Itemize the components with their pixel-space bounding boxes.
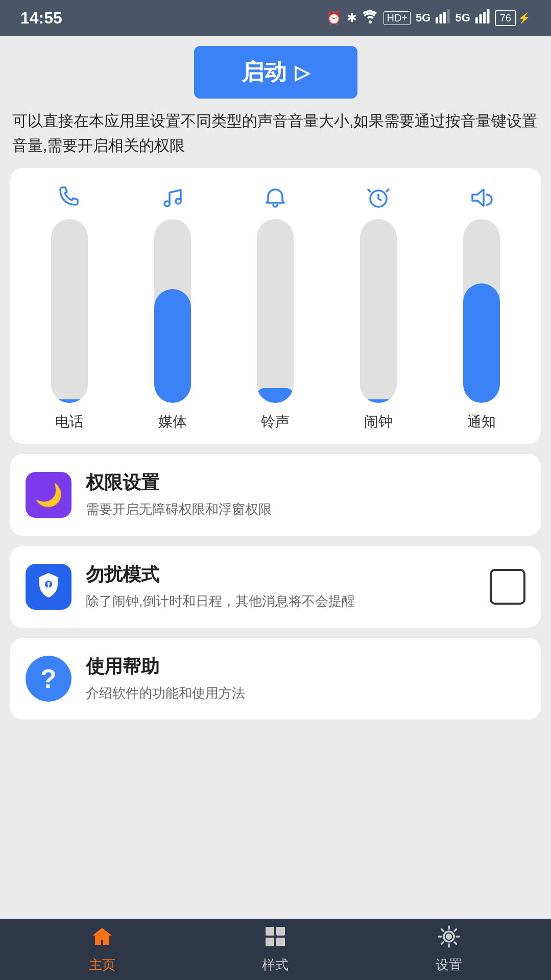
moon-icon: 🌙 xyxy=(35,482,63,508)
media-label: 媒体 xyxy=(158,412,187,432)
nav-item-style[interactable]: 样式 xyxy=(234,925,316,974)
style-nav-label: 样式 xyxy=(262,956,289,974)
dnd-icon-wrap xyxy=(26,564,71,610)
svg-rect-7 xyxy=(487,9,489,23)
bell-icon xyxy=(263,183,288,212)
nav-item-home[interactable]: 主页 xyxy=(61,925,143,974)
volume-item-media[interactable]: 媒体 xyxy=(142,183,203,432)
help-card[interactable]: ? 使用帮助 介绍软件的功能和使用方法 xyxy=(10,638,541,720)
main-content: 启动 ▷ 可以直接在本应用里设置不同类型的声音音量大小,如果需要通过按音量键设置… xyxy=(0,36,551,919)
media-slider-track[interactable] xyxy=(154,219,191,403)
dnd-checkbox[interactable] xyxy=(490,569,525,605)
svg-rect-2 xyxy=(443,12,446,23)
help-title: 使用帮助 xyxy=(86,654,525,679)
svg-rect-3 xyxy=(447,9,450,23)
svg-rect-4 xyxy=(475,17,478,23)
alarm-label: 闹钟 xyxy=(364,412,393,432)
dnd-text: 勿扰模式 除了闹钟,倒计时和日程，其他消息将不会提醒 xyxy=(86,562,475,611)
battery-icon: 76 ⚡ xyxy=(495,10,531,26)
notification-slider-fill xyxy=(463,283,500,403)
permission-title: 权限设置 xyxy=(86,470,525,495)
signal-bars-1 xyxy=(436,9,450,27)
volume-item-notification[interactable]: 通知 xyxy=(451,183,512,432)
svg-rect-13 xyxy=(47,582,50,586)
permission-icon-wrap: 🌙 xyxy=(26,472,71,518)
wifi-icon xyxy=(362,9,378,27)
alarm-status-icon: ⏰ xyxy=(326,11,342,25)
settings-nav-label: 设置 xyxy=(436,956,462,974)
svg-rect-17 xyxy=(266,938,274,946)
permission-card[interactable]: 🌙 权限设置 需要开启无障碍权限和浮窗权限 xyxy=(10,454,541,536)
style-nav-icon xyxy=(264,925,286,953)
home-nav-icon xyxy=(91,925,113,953)
alarm-slider-track[interactable] xyxy=(360,219,397,403)
svg-point-9 xyxy=(176,199,181,204)
notification-label: 通知 xyxy=(467,412,496,432)
bluetooth-icon: ✱ xyxy=(347,11,357,25)
svg-rect-5 xyxy=(479,14,482,23)
shield-icon xyxy=(35,571,62,603)
settings-nav-icon xyxy=(438,925,460,953)
media-slider-fill xyxy=(154,289,191,403)
question-icon: ? xyxy=(40,663,57,694)
music-icon xyxy=(160,183,185,212)
svg-point-8 xyxy=(164,201,170,206)
help-text: 使用帮助 介绍软件的功能和使用方法 xyxy=(86,654,525,703)
start-label: 启动 xyxy=(242,57,286,87)
phone-slider-fill xyxy=(51,399,88,403)
nav-item-settings[interactable]: 设置 xyxy=(408,925,490,974)
home-nav-label: 主页 xyxy=(89,956,115,974)
5g-icon-1: 5G xyxy=(416,11,430,25)
alarm-icon xyxy=(366,183,391,212)
description-text: 可以直接在本应用里设置不同类型的声音音量大小,如果需要通过按音量键设置音量,需要… xyxy=(10,109,541,158)
permission-subtitle: 需要开启无障碍权限和浮窗权限 xyxy=(86,499,525,519)
volume-card: 电话 媒体 xyxy=(10,168,541,444)
dnd-card[interactable]: 勿扰模式 除了闹钟,倒计时和日程，其他消息将不会提醒 xyxy=(10,546,541,628)
svg-rect-15 xyxy=(266,927,274,936)
ringtone-slider-track[interactable] xyxy=(257,219,294,403)
5g-icon-2: 5G xyxy=(455,11,470,25)
notification-slider-track[interactable] xyxy=(463,219,500,403)
svg-point-21 xyxy=(446,934,451,939)
phone-label: 电话 xyxy=(55,412,84,432)
status-time: 14:55 xyxy=(20,9,62,28)
dnd-title: 勿扰模式 xyxy=(86,562,475,587)
bottom-nav: 主页 样式 设置 xyxy=(0,919,551,980)
svg-marker-11 xyxy=(472,189,484,206)
svg-point-14 xyxy=(47,586,50,588)
signal-bars-2 xyxy=(475,9,490,27)
status-bar: 14:55 ⏰ ✱ HD+ 5G 5G xyxy=(0,0,551,36)
play-icon: ▷ xyxy=(295,61,309,84)
help-subtitle: 介绍软件的功能和使用方法 xyxy=(86,683,525,703)
status-icons: ⏰ ✱ HD+ 5G 5G 76 xyxy=(326,9,531,27)
volume-item-phone[interactable]: 电话 xyxy=(39,183,100,432)
speaker-icon xyxy=(469,183,494,212)
phone-icon xyxy=(57,183,82,212)
volume-sliders: 电话 媒体 xyxy=(20,183,531,432)
volume-item-alarm[interactable]: 闹钟 xyxy=(348,183,409,432)
permission-text: 权限设置 需要开启无障碍权限和浮窗权限 xyxy=(86,470,525,519)
hd-badge: HD+ xyxy=(384,11,411,25)
help-icon-wrap: ? xyxy=(26,656,71,702)
volume-item-ringtone[interactable]: 铃声 xyxy=(245,183,306,432)
svg-rect-6 xyxy=(483,12,486,23)
ringtone-label: 铃声 xyxy=(261,412,290,432)
svg-rect-16 xyxy=(276,927,285,936)
ringtone-slider-fill xyxy=(257,388,294,403)
phone-slider-track[interactable] xyxy=(51,219,88,403)
dnd-subtitle: 除了闹钟,倒计时和日程，其他消息将不会提醒 xyxy=(86,591,475,611)
svg-rect-18 xyxy=(276,938,285,946)
svg-rect-1 xyxy=(440,14,442,23)
start-button[interactable]: 启动 ▷ xyxy=(194,46,357,99)
alarm-slider-fill xyxy=(360,399,397,403)
svg-rect-0 xyxy=(436,17,438,23)
